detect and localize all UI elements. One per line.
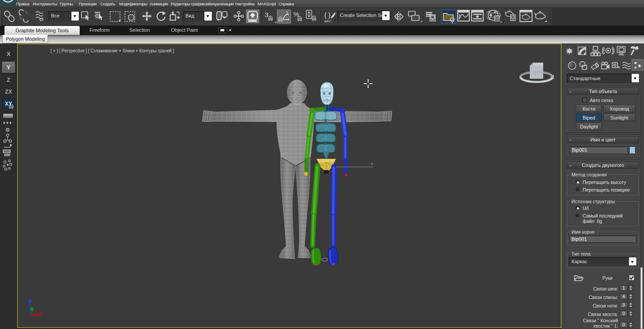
svg-text:ABC: ABC	[324, 19, 332, 23]
svg-text:x: x	[36, 318, 38, 322]
svg-text:x: x	[371, 161, 373, 166]
svg-text:3: 3	[265, 11, 268, 18]
svg-text:{ }: { }	[324, 11, 331, 19]
svg-text:ПЕРЕД: ПЕРЕД	[532, 71, 543, 74]
svg-text:%: %	[293, 11, 299, 18]
